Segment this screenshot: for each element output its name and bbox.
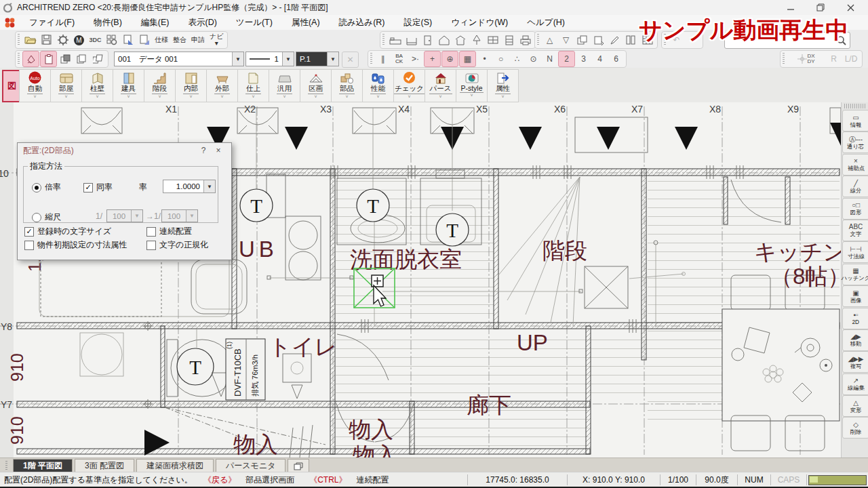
sidebar-item-deform[interactable]: △変形 (842, 395, 868, 417)
application-button[interactable]: 申請 (189, 37, 207, 43)
restore-button[interactable] (806, 0, 835, 15)
snap-point-icon[interactable]: • (477, 52, 492, 66)
minimize-button[interactable] (776, 0, 806, 15)
divide-6-button[interactable]: 6 (608, 52, 624, 66)
sofa-icon[interactable] (403, 33, 419, 47)
ribbon-stairs[interactable]: 階段˅ (144, 69, 176, 102)
open-folder-icon[interactable] (22, 33, 38, 47)
grid-settings-icon[interactable] (104, 33, 119, 47)
sidebar-item-aux-point[interactable]: ×補助点 (842, 154, 868, 176)
tab-new-window[interactable] (288, 459, 309, 472)
rate-combo[interactable]: 1.0000▼ (163, 180, 216, 193)
ribbon-general[interactable]: 汎用˅ (269, 69, 300, 102)
spec-button[interactable]: 仕様 (153, 37, 170, 43)
ribbon-zone[interactable]: 区画˅ (300, 69, 332, 102)
columns-icon[interactable] (623, 33, 639, 47)
triangle-down-icon[interactable]: ▽ (558, 33, 574, 47)
chevron-down-icon[interactable]: ▼ (327, 52, 338, 66)
dialog-help-button[interactable]: ? (196, 146, 211, 155)
snap-mid-icon[interactable]: ○ (493, 52, 509, 66)
tab-building-area[interactable]: 建築面積求積図 (136, 459, 214, 472)
sidebar-item-dimension[interactable]: ⊢⊣寸法線 (842, 241, 868, 263)
page-swap-icon[interactable] (90, 52, 106, 66)
ribbon-interior[interactable]: 内部˅ (175, 69, 207, 102)
menu-settings[interactable]: 設定(S) (395, 15, 442, 30)
parallel-snap-icon[interactable]: ∥ (375, 52, 391, 66)
cabinet-icon[interactable] (501, 33, 517, 47)
snap-grid-icon[interactable]: ▦ (459, 51, 476, 67)
menu-edit[interactable]: 編集(E) (132, 15, 179, 30)
same-rate-checkbox[interactable]: ✓同率 (83, 182, 113, 193)
settings-gear-icon[interactable] (55, 33, 71, 47)
layer-combo[interactable]: 001 データ 001▼ (114, 52, 244, 66)
menu-window[interactable]: ウィンドウ(W) (441, 15, 517, 30)
ribbon-fittings[interactable]: 建具˅ (113, 69, 144, 102)
pen-combo[interactable]: P.1▼ (296, 52, 339, 66)
triangle-up-icon[interactable]: △ (542, 33, 557, 47)
back-icon[interactable]: BACK (391, 52, 407, 66)
tree-icon[interactable] (469, 33, 484, 47)
navi-button[interactable]: ナビ▾ (208, 33, 225, 47)
ribbon-perspective[interactable]: パース˅ (425, 69, 456, 102)
menu-import[interactable]: 読み込み(R) (330, 15, 395, 30)
sidebar-item-copy[interactable]: ◢▶▶複写 (842, 351, 868, 373)
ribbon-attribute[interactable]: 属性˅ (487, 69, 519, 102)
save-icon[interactable] (39, 33, 54, 47)
consistency-button[interactable]: 整合 (171, 37, 189, 43)
menu-property[interactable]: 物件(B) (84, 15, 132, 30)
ribbon-auto[interactable]: Auto 自動˅ (19, 69, 51, 102)
printer-icon[interactable] (517, 33, 533, 47)
dim-attr-checkbox[interactable]: 物件初期設定の寸法属性 (24, 239, 127, 251)
divide-3-button[interactable]: 3 (576, 52, 591, 66)
menu-tools[interactable]: ツール(T) (226, 15, 282, 30)
normalize-checkbox[interactable]: 文字の正規化 (146, 239, 208, 251)
divide-2-button[interactable]: 2 (558, 51, 575, 67)
paint-icon[interactable] (22, 51, 39, 67)
sidebar-item-shape[interactable]: ○□図形 (842, 198, 868, 220)
3d-catalog-icon[interactable]: 3DC (87, 33, 103, 47)
magnification-radio[interactable]: 倍率 (32, 182, 61, 193)
line-style-combo[interactable]: 1▼ (245, 52, 294, 66)
house-icon[interactable] (436, 33, 452, 47)
menu-attribute[interactable]: 属性(A) (282, 15, 330, 30)
snap-n-icon[interactable]: N (542, 52, 557, 66)
sidebar-item-delete[interactable]: ◇削除 (842, 417, 868, 439)
ribbon-performance[interactable]: 性能˅ (362, 69, 394, 102)
ribbon-exterior[interactable]: 外部˅ (206, 69, 238, 102)
scale-radio[interactable]: 縮尺 (32, 211, 61, 223)
sidebar-item-grid-axis[interactable]: Ⓐ---通り芯 (842, 131, 868, 153)
pen-icon[interactable] (607, 33, 623, 47)
close-button[interactable] (835, 0, 865, 15)
building-icon[interactable] (452, 33, 468, 47)
page-copy-icon[interactable] (74, 52, 90, 66)
text-size-checkbox[interactable]: ✓登録時の文字サイズ (24, 226, 111, 237)
bed-icon[interactable] (387, 33, 403, 47)
doc-export-icon[interactable] (120, 33, 136, 47)
ribbon-pillar-wall[interactable]: 柱壁˅ (81, 69, 113, 102)
sidebar-item-2d[interactable]: ▪▫2D (842, 308, 868, 329)
sidebar-item-info[interactable]: ▭情報 (842, 110, 868, 131)
ribbon-check[interactable]: チェック˅ (393, 69, 425, 102)
clipboard-icon[interactable] (40, 51, 57, 67)
door-icon[interactable] (420, 33, 435, 47)
window-icon[interactable] (485, 33, 500, 47)
sidebar-item-line-edit[interactable]: ↗線編集 (842, 373, 868, 395)
dxdy-button[interactable]: DXDY (787, 52, 825, 66)
snap-end-icon[interactable]: ⊕ (441, 51, 458, 67)
sidebar-item-line[interactable]: ╱線分 (842, 176, 868, 197)
sidebar-item-text[interactable]: ABC文字 (842, 220, 868, 241)
tab-floor1-plan[interactable]: 1階 平面図 (13, 459, 73, 472)
layer-compose-icon[interactable] (58, 52, 73, 66)
ribbon-finish[interactable]: 仕上˅ (237, 69, 269, 102)
tab-site-plan[interactable]: 3面 配置図 (75, 459, 134, 472)
continuous-checkbox[interactable]: 連続配置 (146, 226, 192, 237)
paste-figure-icon[interactable] (591, 33, 606, 47)
menu-view[interactable]: 表示(D) (178, 15, 226, 30)
redirect-icon[interactable]: >· (408, 52, 423, 66)
menu-help[interactable]: ヘルプ(H) (517, 15, 574, 30)
dialog-title-bar[interactable]: 配置:(2D部品) ? × (18, 143, 231, 158)
sidebar-item-image[interactable]: ▣画像 (842, 285, 868, 307)
menu-file[interactable]: ファイル(F) (20, 15, 84, 30)
ribbon-pstyle[interactable]: P-style˅ (456, 69, 488, 102)
chevron-down-icon[interactable]: ▼ (232, 52, 243, 66)
